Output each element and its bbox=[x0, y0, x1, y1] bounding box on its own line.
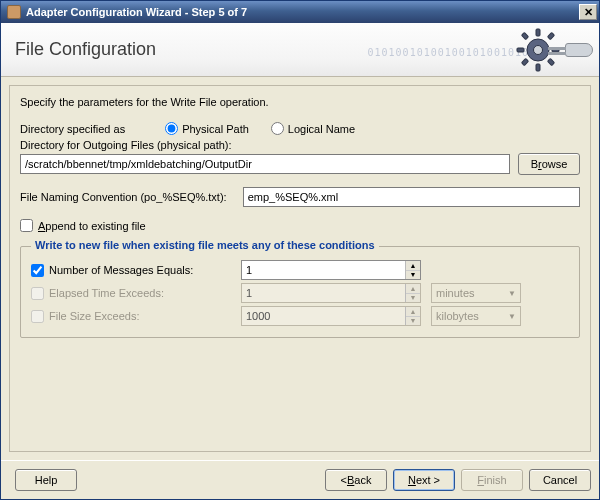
file-naming-label: File Naming Convention (po_%SEQ%.txt): bbox=[20, 191, 227, 203]
radio-logical-name-label: Logical Name bbox=[288, 123, 355, 135]
svg-rect-2 bbox=[536, 29, 540, 36]
svg-rect-9 bbox=[521, 58, 528, 65]
condition-messages-checkbox[interactable]: Number of Messages Equals: bbox=[31, 264, 231, 277]
spinner-down-icon: ▼ bbox=[406, 294, 420, 303]
path-type-radio-group: Physical Path Logical Name bbox=[165, 122, 355, 135]
content-area: Specify the parameters for the Write Fil… bbox=[1, 77, 599, 460]
conditions-fieldset: Write to new file when existing file mee… bbox=[20, 246, 580, 338]
radio-logical-name[interactable]: Logical Name bbox=[271, 122, 355, 135]
browse-button[interactable]: Browse bbox=[518, 153, 580, 175]
wizard-window: Adapter Configuration Wizard - Step 5 of… bbox=[0, 0, 600, 500]
window-title: Adapter Configuration Wizard - Step 5 of… bbox=[26, 6, 579, 18]
append-checkbox-label: Append to existing file bbox=[38, 220, 146, 232]
svg-rect-4 bbox=[517, 48, 524, 52]
append-checkbox[interactable]: Append to existing file bbox=[20, 219, 580, 232]
condition-elapsed-label: Elapsed Time Exceeds: bbox=[49, 287, 164, 299]
condition-row-messages: Number of Messages Equals: ▲ ▼ bbox=[31, 260, 569, 280]
directory-outgoing-label: Directory for Outgoing Files (physical p… bbox=[20, 139, 580, 151]
page-title: File Configuration bbox=[15, 39, 156, 60]
spinner-down-icon: ▼ bbox=[406, 317, 420, 326]
condition-elapsed-checkbox-input bbox=[31, 287, 44, 300]
condition-elapsed-checkbox: Elapsed Time Exceeds: bbox=[31, 287, 231, 300]
file-naming-input[interactable] bbox=[243, 187, 580, 207]
config-panel: Specify the parameters for the Write Fil… bbox=[9, 85, 591, 452]
condition-elapsed-spinner: ▲ ▼ bbox=[241, 283, 421, 303]
wizard-header: File Configuration 010100101001001010010… bbox=[1, 23, 599, 77]
condition-elapsed-unit-label: minutes bbox=[436, 287, 475, 299]
chevron-down-icon: ▼ bbox=[508, 289, 516, 298]
condition-filesize-unit-select: kilobytes ▼ bbox=[431, 306, 521, 326]
condition-messages-spinner[interactable]: ▲ ▼ bbox=[241, 260, 421, 280]
radio-physical-path[interactable]: Physical Path bbox=[165, 122, 249, 135]
next-button[interactable]: Next > bbox=[393, 469, 455, 491]
condition-filesize-checkbox: File Size Exceeds: bbox=[31, 310, 231, 323]
condition-row-elapsed: Elapsed Time Exceeds: ▲ ▼ minutes ▼ bbox=[31, 283, 569, 303]
condition-messages-label: Number of Messages Equals: bbox=[49, 264, 193, 276]
header-decoration-digits: 01010010100100101001010 bbox=[368, 47, 529, 58]
condition-row-filesize: File Size Exceeds: ▲ ▼ kilobytes ▼ bbox=[31, 306, 569, 326]
spinner-down-icon[interactable]: ▼ bbox=[406, 271, 420, 280]
svg-point-1 bbox=[534, 46, 543, 55]
app-icon bbox=[7, 5, 21, 19]
plug-icon bbox=[565, 43, 593, 57]
wizard-footer: Help < Back Next > Finish Cancel bbox=[1, 460, 599, 499]
condition-messages-value[interactable] bbox=[242, 261, 405, 279]
help-button[interactable]: Help bbox=[15, 469, 77, 491]
close-button[interactable]: ✕ bbox=[579, 4, 597, 20]
chevron-down-icon: ▼ bbox=[508, 312, 516, 321]
svg-rect-7 bbox=[547, 58, 554, 65]
condition-filesize-value bbox=[242, 307, 405, 325]
condition-elapsed-unit-select: minutes ▼ bbox=[431, 283, 521, 303]
radio-physical-path-label: Physical Path bbox=[182, 123, 249, 135]
svg-rect-3 bbox=[536, 64, 540, 71]
radio-logical-name-input[interactable] bbox=[271, 122, 284, 135]
spinner-up-icon: ▲ bbox=[406, 307, 420, 317]
close-icon: ✕ bbox=[584, 6, 593, 19]
svg-rect-6 bbox=[521, 32, 528, 39]
condition-filesize-spinner: ▲ ▼ bbox=[241, 306, 421, 326]
radio-physical-path-input[interactable] bbox=[165, 122, 178, 135]
directory-specified-label: Directory specified as bbox=[20, 123, 125, 135]
spinner-up-icon: ▲ bbox=[406, 284, 420, 294]
titlebar: Adapter Configuration Wizard - Step 5 of… bbox=[1, 1, 599, 23]
condition-filesize-unit-label: kilobytes bbox=[436, 310, 479, 322]
back-button[interactable]: < Back bbox=[325, 469, 387, 491]
condition-messages-checkbox-input[interactable] bbox=[31, 264, 44, 277]
file-naming-row: File Naming Convention (po_%SEQ%.txt): bbox=[20, 187, 580, 207]
conditions-legend: Write to new file when existing file mee… bbox=[31, 239, 379, 251]
directory-outgoing-row: Browse bbox=[20, 153, 580, 175]
finish-button: Finish bbox=[461, 469, 523, 491]
directory-outgoing-input[interactable] bbox=[20, 154, 510, 174]
condition-filesize-checkbox-input bbox=[31, 310, 44, 323]
condition-filesize-label: File Size Exceeds: bbox=[49, 310, 139, 322]
directory-specified-row: Directory specified as Physical Path Log… bbox=[20, 122, 580, 135]
cancel-button[interactable]: Cancel bbox=[529, 469, 591, 491]
panel-description: Specify the parameters for the Write Fil… bbox=[20, 96, 580, 108]
svg-rect-8 bbox=[547, 32, 554, 39]
spinner-up-icon[interactable]: ▲ bbox=[406, 261, 420, 271]
condition-elapsed-value bbox=[242, 284, 405, 302]
gear-icon bbox=[513, 25, 593, 75]
append-checkbox-input[interactable] bbox=[20, 219, 33, 232]
